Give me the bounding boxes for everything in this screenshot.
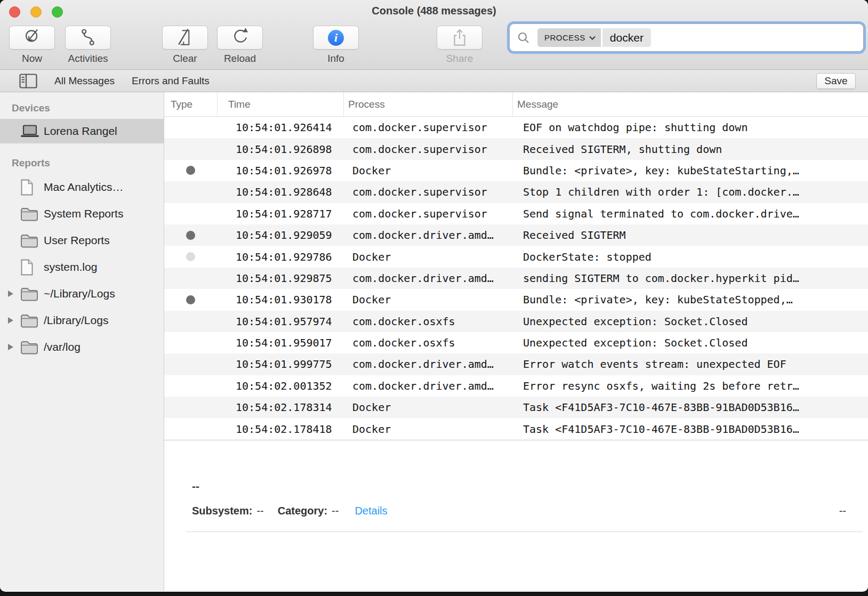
sidebar-item-label: /Library/Logs bbox=[44, 314, 108, 327]
log-process-cell: Docker bbox=[343, 397, 512, 418]
sidebar-item[interactable]: User Reports bbox=[0, 227, 164, 254]
sidebar-item[interactable]: /Library/Logs bbox=[0, 307, 164, 334]
titlebar-toolbar: Console (488 messages) Now Activities bbox=[0, 0, 868, 70]
log-process-cell: Docker bbox=[343, 246, 512, 267]
share-label: Share bbox=[437, 53, 483, 65]
sidebar-item[interactable]: Mac Analytics… bbox=[0, 174, 164, 200]
disclosure-triangle-icon[interactable] bbox=[0, 291, 18, 297]
table-row[interactable]: 10:54:01.957974com.docker.osxfsUnexpecte… bbox=[164, 311, 868, 332]
sidebar-item[interactable]: Lorena Rangel bbox=[0, 119, 164, 143]
search-filter-token[interactable]: PROCESS bbox=[537, 28, 601, 47]
log-message-cell: sending SIGTERM to com.docker.hyperkit p… bbox=[512, 268, 868, 289]
log-type-cell bbox=[164, 117, 217, 138]
detail-pane: -- Subsystem: -- Category: -- Details -- bbox=[164, 440, 868, 532]
table-row[interactable]: 10:54:02.178418DockerTask <F41D5AF3-7C10… bbox=[164, 418, 868, 439]
table-row[interactable]: 10:54:01.959017com.docker.osxfsUnexpecte… bbox=[164, 332, 868, 353]
log-time-cell: 10:54:02.001352 bbox=[217, 375, 343, 397]
column-header-time[interactable]: Time bbox=[217, 92, 343, 116]
log-message-cell: Unexpected exception: Socket.Closed bbox=[512, 332, 868, 353]
clear-label: Clear bbox=[162, 53, 208, 65]
table-row[interactable]: 10:54:01.930178DockerBundle: <private>, … bbox=[164, 289, 868, 310]
save-button[interactable]: Save bbox=[816, 73, 856, 89]
document-icon bbox=[18, 259, 44, 276]
sidebar-item-label: system.log bbox=[44, 261, 97, 273]
search-term-token[interactable]: docker bbox=[602, 28, 651, 47]
log-process-cell: com.docker.supervisor bbox=[343, 203, 512, 224]
log-process-cell: Docker bbox=[343, 289, 512, 310]
table-row[interactable]: 10:54:01.926898com.docker.supervisorRece… bbox=[164, 138, 868, 159]
log-message-cell: Received SIGTERM bbox=[512, 224, 868, 246]
document-icon bbox=[20, 259, 34, 276]
table-row[interactable]: 10:54:01.928717com.docker.supervisorSend… bbox=[164, 203, 868, 224]
log-level-dot-icon bbox=[186, 295, 195, 304]
sidebar-toggle-button[interactable] bbox=[19, 74, 37, 88]
filter-bar: All Messages Errors and Faults Save bbox=[0, 70, 868, 92]
sidebar-item[interactable]: system.log bbox=[0, 254, 164, 280]
table-row[interactable]: 10:54:02.178314DockerTask <F41D5AF3-7C10… bbox=[164, 397, 868, 418]
folder-icon bbox=[18, 313, 44, 328]
reload-button[interactable] bbox=[217, 26, 263, 50]
log-message-cell: Task <F41D5AF3-7C10-467E-83BB-91BAD0D53B… bbox=[512, 418, 868, 439]
table-row[interactable]: 10:54:01.928648com.docker.supervisorStop… bbox=[164, 181, 868, 203]
log-time-cell: 10:54:02.178418 bbox=[217, 418, 343, 439]
category-value: -- bbox=[332, 505, 339, 517]
activities-button[interactable] bbox=[65, 26, 111, 50]
log-type-cell bbox=[164, 375, 217, 397]
sidebar-item[interactable]: System Reports bbox=[0, 200, 164, 227]
log-content: Type Time Process Message 10:54:01.92641… bbox=[164, 92, 868, 591]
column-header-message[interactable]: Message bbox=[512, 92, 868, 116]
table-row[interactable]: 10:54:01.999775com.docker.driver.amd…Err… bbox=[164, 353, 868, 375]
disclosure-triangle-icon[interactable] bbox=[0, 317, 18, 324]
log-time-cell: 10:54:01.929059 bbox=[217, 224, 343, 246]
log-level-dot-icon bbox=[186, 166, 195, 175]
log-time-cell: 10:54:01.929786 bbox=[217, 246, 343, 267]
sidebar-item-label: Lorena Rangel bbox=[44, 125, 117, 138]
window-title: Console (488 messages) bbox=[0, 5, 868, 17]
log-message-cell: DockerState: stopped bbox=[512, 246, 868, 267]
search-input[interactable]: PROCESS docker bbox=[509, 23, 864, 52]
log-type-cell bbox=[164, 203, 217, 224]
log-level-dot-icon bbox=[186, 252, 195, 261]
share-button[interactable] bbox=[437, 26, 483, 50]
table-row[interactable]: 10:54:01.926978DockerBundle: <private>, … bbox=[164, 160, 868, 181]
log-process-cell: com.docker.driver.amd… bbox=[343, 224, 512, 246]
info-label: Info bbox=[313, 53, 359, 65]
clear-button[interactable] bbox=[162, 26, 208, 50]
now-button[interactable] bbox=[9, 26, 55, 50]
log-type-cell bbox=[164, 353, 217, 375]
log-time-cell: 10:54:01.926414 bbox=[217, 117, 343, 138]
column-header-type[interactable]: Type bbox=[164, 92, 217, 116]
sidebar-item[interactable]: /var/log bbox=[0, 334, 164, 360]
log-time-cell: 10:54:01.999775 bbox=[217, 353, 343, 375]
search-icon bbox=[517, 31, 531, 45]
table-row[interactable]: 10:54:01.926414com.docker.supervisorEOF … bbox=[164, 117, 868, 138]
detail-right-value: -- bbox=[839, 505, 846, 517]
filter-errors-and-faults[interactable]: Errors and Faults bbox=[132, 75, 210, 87]
table-row[interactable]: 10:54:01.929875com.docker.driver.amd…sen… bbox=[164, 268, 868, 289]
table-row[interactable]: 10:54:01.929059com.docker.driver.amd…Rec… bbox=[164, 224, 868, 246]
log-process-cell: com.docker.osxfs bbox=[343, 311, 512, 332]
sidebar-section: DevicesLorena Rangel bbox=[0, 102, 164, 143]
log-message-cell: Stop 1 children with order 1: [com.docke… bbox=[512, 181, 868, 203]
log-type-cell bbox=[164, 311, 217, 332]
log-type-cell bbox=[164, 397, 217, 418]
table-row[interactable]: 10:54:02.001352com.docker.driver.amd…Err… bbox=[164, 375, 868, 397]
share-icon bbox=[449, 27, 470, 49]
log-time-cell: 10:54:01.957974 bbox=[217, 311, 343, 332]
console-window: Console (488 messages) Now Activities bbox=[0, 0, 868, 592]
folder-icon bbox=[18, 340, 44, 355]
disclosure-triangle-icon[interactable] bbox=[0, 344, 18, 350]
now-label: Now bbox=[9, 53, 55, 65]
log-type-cell bbox=[164, 138, 217, 159]
log-process-cell: com.docker.driver.amd… bbox=[343, 375, 512, 397]
column-header-process[interactable]: Process bbox=[343, 92, 512, 116]
details-link[interactable]: Details bbox=[355, 505, 387, 517]
table-row[interactable]: 10:54:01.929786DockerDockerState: stoppe… bbox=[164, 246, 868, 267]
sidebar-item[interactable]: ~/Library/Logs bbox=[0, 280, 164, 307]
log-time-cell: 10:54:01.959017 bbox=[217, 332, 343, 353]
sidebar-section: ReportsMac Analytics…System ReportsUser … bbox=[0, 157, 164, 360]
log-type-cell bbox=[164, 418, 217, 439]
filter-all-messages[interactable]: All Messages bbox=[54, 75, 115, 87]
detail-separator bbox=[186, 531, 863, 532]
info-button[interactable]: i bbox=[313, 26, 359, 50]
